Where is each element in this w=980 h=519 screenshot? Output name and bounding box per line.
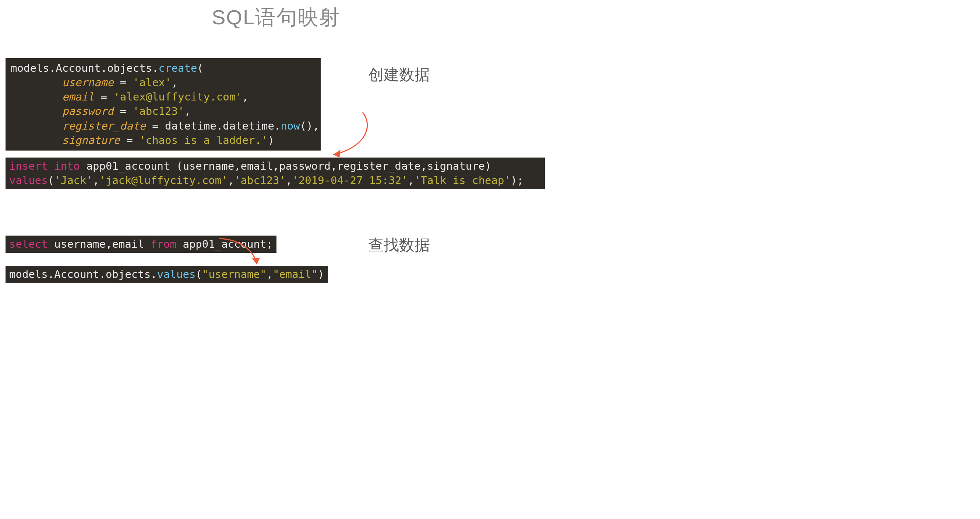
- code-sql-insert: insert into app01_account (username,emai…: [6, 158, 545, 189]
- label-create-data: 创建数据: [368, 64, 430, 85]
- svg-marker-0: [333, 150, 340, 158]
- arrow-select-to-orm: [213, 236, 272, 272]
- diagram-canvas: SQL语句映射 创建数据 查找数据 ORM语句 ORM语句 models.Acc…: [0, 0, 552, 294]
- code-orm-create: models.Account.objects.create( username …: [6, 58, 321, 151]
- arrow-create-to-sql: [320, 110, 379, 162]
- svg-marker-1: [252, 258, 260, 264]
- label-find-data: 查找数据: [368, 235, 430, 255]
- page-title: SQL语句映射: [0, 4, 552, 32]
- code-orm-values: models.Account.objects.values("username"…: [6, 266, 328, 283]
